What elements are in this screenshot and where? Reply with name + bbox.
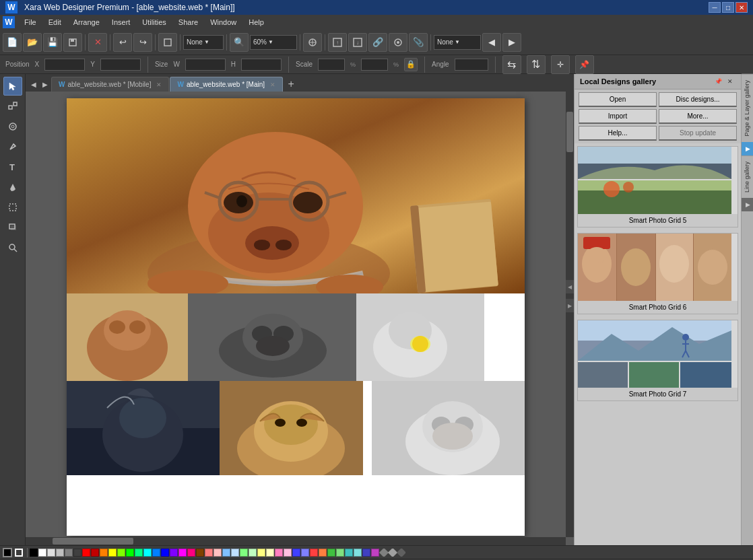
menu-insert[interactable]: Insert: [106, 17, 136, 28]
tab-main[interactable]: W able_website.web * [Main] ✕: [170, 77, 283, 92]
swatch-cyan[interactable]: [143, 549, 152, 557]
swatch-chartreuse[interactable]: [117, 549, 125, 557]
shadow-tool[interactable]: [3, 218, 22, 237]
swatch-paleyellow[interactable]: [266, 549, 274, 557]
stroke-color-swatch[interactable]: [15, 549, 23, 557]
fill-tool[interactable]: [3, 178, 22, 197]
swatch-lightgray[interactable]: [47, 549, 55, 557]
flip-v-button[interactable]: ⇅: [527, 55, 546, 74]
swatch-lightmedgreen[interactable]: [336, 549, 344, 557]
export-button[interactable]: ↓: [348, 33, 367, 52]
gallery-disc-button[interactable]: Disc designs...: [659, 92, 737, 107]
swatch-orange[interactable]: [100, 549, 108, 557]
extra-button[interactable]: 📎: [409, 33, 428, 52]
swatch-mednavyblue[interactable]: [362, 549, 370, 557]
swatch-darkred[interactable]: [91, 549, 99, 557]
swatch-lightrose[interactable]: [284, 549, 292, 557]
swatch-blue[interactable]: [161, 549, 169, 557]
swatch-lightcyan2[interactable]: [354, 549, 362, 557]
swatch-yellow[interactable]: [108, 549, 117, 557]
pin-button[interactable]: 📌: [575, 55, 594, 74]
w-input[interactable]: [185, 59, 226, 71]
style-dropdown[interactable]: None ▼: [183, 35, 224, 50]
redo-button[interactable]: ↪: [133, 33, 152, 52]
page-arrow-next[interactable]: ▶: [566, 299, 574, 312]
text-tool[interactable]: T: [3, 158, 22, 176]
swatch-magenta[interactable]: [178, 549, 187, 557]
swatch-midgray[interactable]: [65, 549, 73, 557]
tab-mobile-close[interactable]: ✕: [156, 81, 162, 88]
gallery-import-button[interactable]: Import: [579, 109, 657, 124]
gallery-item-3[interactable]: Smart Photo Grid 7: [577, 320, 738, 401]
swatch-medblue[interactable]: [292, 549, 300, 557]
nav-prev-button[interactable]: ◀: [482, 33, 501, 52]
x-input[interactable]: [44, 59, 85, 71]
canvas-scroll[interactable]: ◀ ▶: [26, 92, 574, 545]
angle-input[interactable]: [455, 59, 488, 71]
swatch-palegreen[interactable]: [249, 549, 257, 557]
contour-tool[interactable]: [3, 117, 22, 136]
menu-edit[interactable]: Edit: [43, 17, 67, 28]
swatch-lightgreen[interactable]: [240, 549, 248, 557]
save-as-button[interactable]: [63, 33, 82, 52]
diamond-swatch-3[interactable]: [397, 549, 405, 557]
swatch-violet[interactable]: [170, 549, 178, 557]
swatch-green[interactable]: [126, 549, 134, 557]
swatch-tomato[interactable]: [310, 549, 318, 557]
swatch-red[interactable]: [82, 549, 90, 557]
style-dropdown-2[interactable]: None ▼: [434, 35, 481, 50]
v-scrollbar[interactable]: ◀ ▶: [566, 92, 574, 537]
swatch-rose[interactable]: [187, 549, 195, 557]
link-button[interactable]: 🔗: [368, 33, 387, 52]
transform-button[interactable]: [158, 33, 177, 52]
swatch-teal[interactable]: [345, 549, 353, 557]
select-tool[interactable]: [3, 77, 22, 96]
maximize-button[interactable]: □: [722, 2, 734, 13]
menu-utilities[interactable]: Utilities: [137, 17, 171, 28]
swatch-lightyellow[interactable]: [257, 549, 265, 557]
tab-add-button[interactable]: +: [284, 77, 298, 92]
gallery-help-button[interactable]: Help...: [579, 126, 657, 141]
swatch-white[interactable]: [38, 549, 46, 557]
transparency-tool[interactable]: [3, 198, 22, 217]
delete-button[interactable]: ✕: [88, 33, 107, 52]
page-arrow-prev[interactable]: ◀: [566, 280, 574, 293]
menu-help[interactable]: Help: [243, 17, 269, 28]
panel-close-button[interactable]: ✕: [725, 77, 735, 86]
snap-button[interactable]: [303, 33, 322, 52]
swatch-lightpink[interactable]: [214, 549, 222, 557]
swatch-palecyan[interactable]: [231, 549, 239, 557]
menu-share[interactable]: Share: [173, 17, 203, 28]
h-scrollbar-thumb[interactable]: [53, 538, 133, 545]
swatch-medpurple[interactable]: [371, 549, 379, 557]
gallery-open-button[interactable]: Open: [579, 92, 657, 107]
close-button[interactable]: ✕: [735, 2, 748, 13]
panel-pin-button[interactable]: 📌: [713, 77, 723, 86]
zoom-tool[interactable]: [3, 238, 22, 257]
y-input[interactable]: [100, 59, 141, 71]
swatch-lightblue[interactable]: [222, 549, 230, 557]
swatch-gray[interactable]: [56, 549, 64, 557]
open-button[interactable]: 📂: [23, 33, 42, 52]
pen-tool[interactable]: [3, 137, 22, 156]
gallery-item-1[interactable]: Smart Photo Grid 5: [577, 146, 738, 228]
save-button[interactable]: 💾: [43, 33, 62, 52]
v-scrollbar-thumb[interactable]: [566, 112, 573, 152]
menu-file[interactable]: File: [19, 17, 42, 28]
scale-h-input[interactable]: [361, 59, 388, 71]
swatch-brown[interactable]: [196, 549, 204, 557]
node-tool[interactable]: [3, 97, 22, 116]
gallery-more-button[interactable]: More...: [659, 109, 737, 124]
fill-color-swatch[interactable]: [3, 548, 12, 557]
h-scrollbar[interactable]: [26, 537, 566, 545]
tab-nav-prev[interactable]: ◀: [28, 77, 39, 92]
scale-w-input[interactable]: [318, 59, 345, 71]
nav-next-button[interactable]: ▶: [502, 33, 521, 52]
tab-mobile[interactable]: W able_website.web * [Mobile] ✕: [51, 77, 169, 92]
h-input[interactable]: [241, 59, 282, 71]
flip-h-button[interactable]: ⇆: [502, 55, 521, 74]
zoom-dropdown[interactable]: 60% ▼: [250, 35, 297, 50]
zoom-in-button[interactable]: 🔍: [230, 33, 249, 52]
swatch-hotpink[interactable]: [275, 549, 283, 557]
page-layer-gallery-tab[interactable]: Page & Layer gallery: [742, 74, 753, 142]
